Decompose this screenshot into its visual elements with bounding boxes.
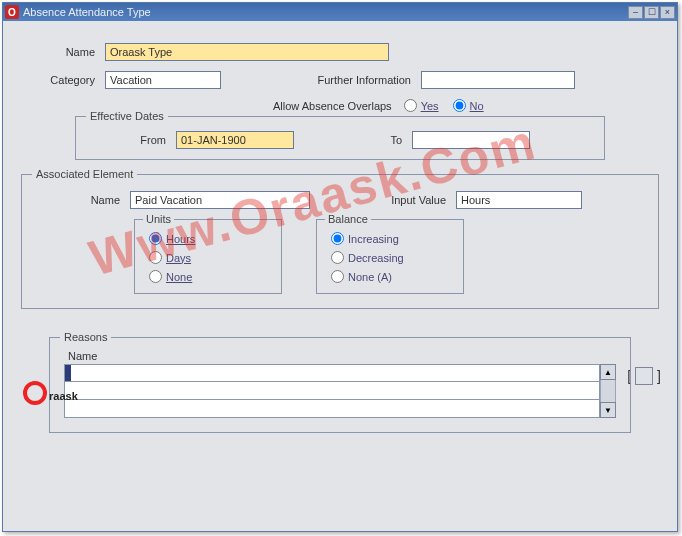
balance-title: Balance [325, 213, 371, 225]
eff-from-field[interactable] [176, 131, 294, 149]
assoc-name-label: Name [34, 194, 130, 206]
category-label: Category [17, 74, 105, 86]
assoc-name-field[interactable] [130, 191, 310, 209]
units-title: Units [143, 213, 174, 225]
effective-dates-group: Effective Dates From To [75, 116, 605, 160]
reason-row[interactable] [64, 382, 600, 400]
effective-dates-title: Effective Dates [86, 110, 168, 122]
scroll-down-icon[interactable]: ▼ [600, 402, 616, 418]
reason-row[interactable] [64, 364, 600, 382]
scroll-up-icon[interactable]: ▲ [600, 364, 616, 380]
eff-from-label: From [90, 134, 176, 146]
associated-element-title: Associated Element [32, 168, 137, 180]
units-group: Units Hours Days None [134, 219, 282, 294]
flex-bracket: [] [627, 367, 661, 385]
further-info-field[interactable] [421, 71, 575, 89]
reasons-scrollbar[interactable]: ▲ ▼ [600, 364, 616, 418]
window-title: Absence Attendance Type [23, 6, 628, 18]
allow-overlap-label: Allow Absence Overlaps [273, 100, 392, 112]
reasons-name-header: Name [68, 350, 616, 362]
units-hours-radio[interactable]: Hours [149, 232, 253, 245]
overlap-yes-radio[interactable]: Yes [404, 99, 439, 112]
reasons-group: Reasons Name ▲ ▼ [49, 337, 631, 433]
reason-row[interactable] [64, 400, 600, 418]
reasons-title: Reasons [60, 331, 111, 343]
balance-group: Balance Increasing Decreasing None (A) [316, 219, 464, 294]
svg-point-0 [25, 383, 45, 403]
balance-increasing-radio[interactable]: Increasing [331, 232, 435, 245]
eff-to-label: To [294, 134, 412, 146]
eff-to-field[interactable] [412, 131, 530, 149]
balance-decreasing-radio[interactable]: Decreasing [331, 251, 435, 264]
further-info-label: Further Information [221, 74, 421, 86]
input-value-field[interactable] [456, 191, 582, 209]
overlap-no-radio[interactable]: No [453, 99, 484, 112]
input-value-label: Input Value [310, 194, 456, 206]
oracle-icon: O [5, 5, 19, 19]
absence-type-window: O Absence Attendance Type – ☐ × Www.Oraa… [2, 2, 678, 532]
minimize-button[interactable]: – [628, 6, 643, 19]
category-field[interactable] [105, 71, 221, 89]
flex-button[interactable] [635, 367, 653, 385]
units-days-radio[interactable]: Days [149, 251, 253, 264]
associated-element-group: Associated Element Name Input Value Unit… [21, 174, 659, 309]
close-button[interactable]: × [660, 6, 675, 19]
balance-none-radio[interactable]: None (A) [331, 270, 435, 283]
name-label: Name [17, 46, 105, 58]
units-none-radio[interactable]: None [149, 270, 253, 283]
name-field[interactable] [105, 43, 389, 61]
content-area: Www.Oraask.Com raask Name Category Furth… [3, 21, 677, 531]
maximize-button[interactable]: ☐ [644, 6, 659, 19]
titlebar[interactable]: O Absence Attendance Type – ☐ × [3, 3, 677, 21]
